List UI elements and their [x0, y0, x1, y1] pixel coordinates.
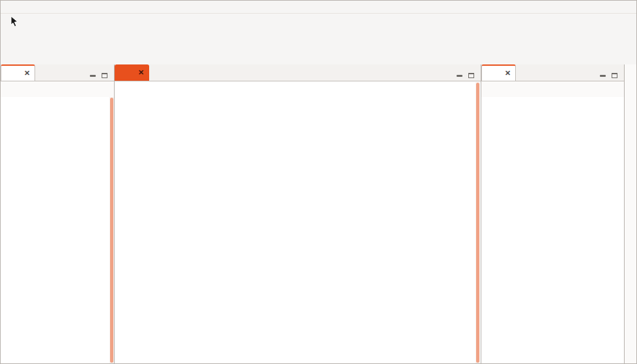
code-editor[interactable]	[115, 81, 481, 364]
c-file-icon	[120, 68, 130, 78]
tab-glue-thread-entry[interactable]: ✕	[115, 64, 149, 81]
outline-list	[481, 97, 624, 363]
project-explorer-icon	[6, 68, 16, 79]
editor-tabbar: ✕	[115, 64, 481, 81]
minimize-icon[interactable]	[457, 75, 462, 77]
maximize-icon[interactable]	[468, 73, 474, 78]
tab-outline[interactable]: ✕	[481, 64, 516, 81]
project-explorer-tabbar: ✕	[1, 64, 114, 81]
outline-tabbar: ✕	[481, 64, 624, 81]
main-toolbar	[1, 13, 636, 32]
maximize-icon[interactable]	[612, 73, 617, 78]
outline-toolbar	[481, 81, 624, 97]
editor-area: ✕	[115, 64, 481, 363]
project-tree	[1, 97, 109, 363]
close-icon[interactable]: ✕	[138, 68, 144, 77]
minimize-icon[interactable]	[90, 75, 96, 77]
minimize-icon[interactable]	[600, 75, 606, 77]
panel-controls	[90, 73, 114, 81]
editor-scrollbar[interactable]	[475, 82, 480, 363]
outline-panel: ✕	[481, 64, 625, 363]
e2studio-window: ✕ ✕	[0, 0, 637, 364]
project-explorer-scrollbar[interactable]	[109, 97, 114, 363]
perspective-bar	[1, 50, 636, 65]
close-icon[interactable]: ✕	[505, 69, 511, 77]
minimized-views-strip	[625, 64, 636, 363]
panel-controls	[600, 73, 624, 81]
tab-project-explorer[interactable]: ✕	[1, 64, 35, 81]
project-explorer-toolbar	[1, 81, 114, 97]
project-explorer-panel: ✕	[1, 64, 115, 363]
panel-controls	[457, 73, 481, 81]
maximize-icon[interactable]	[102, 73, 107, 78]
menu-bar	[1, 1, 636, 13]
workbench-area: ✕ ✕	[1, 64, 636, 363]
editor-toolbar	[1, 32, 636, 50]
close-icon[interactable]: ✕	[24, 69, 30, 77]
outline-view-icon	[487, 68, 497, 79]
